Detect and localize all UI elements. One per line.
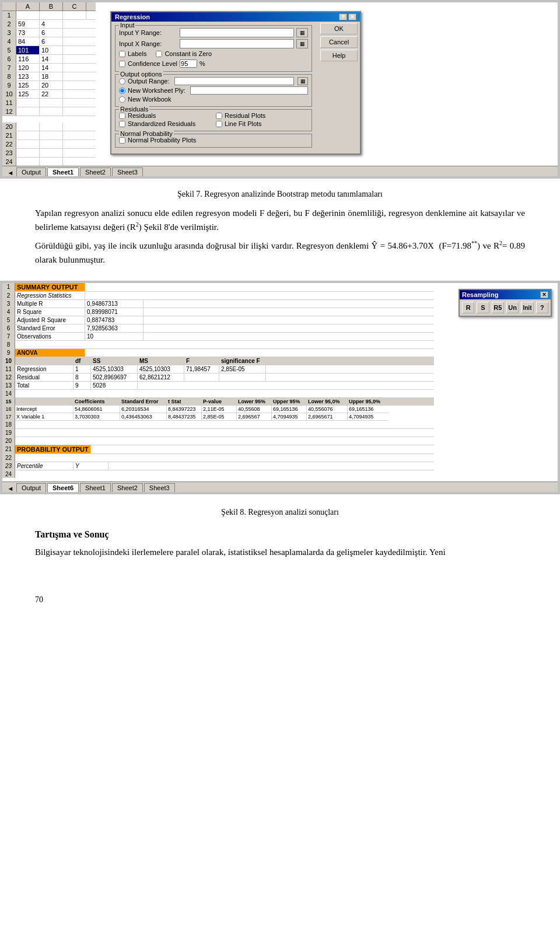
- anova-res-ss: 502,8969697: [91, 373, 138, 382]
- residual-plots-checkbox[interactable]: [216, 113, 222, 119]
- xvar1-u95: 4,7094935: [272, 413, 307, 421]
- resampling-buttons-area: R S R5 Un Init ?: [460, 299, 551, 316]
- cell-b5: 10: [40, 46, 63, 54]
- cell-b7: 14: [40, 64, 63, 72]
- sheet-tabs-1: ◄ Output Sheet1 Sheet2 Sheet3: [2, 166, 558, 176]
- resampling-init-btn[interactable]: Init: [521, 302, 533, 313]
- standardized-checkbox[interactable]: [119, 121, 125, 127]
- xvar1-t: 8,48437235: [167, 413, 202, 421]
- resampling-dialog[interactable]: Resampling ✕ R S R5 Un Init ?: [459, 289, 552, 317]
- residual-plots-row: Residual Plots: [216, 112, 308, 119]
- residuals-checkbox[interactable]: [119, 113, 125, 119]
- cell-b4: 6: [40, 37, 63, 46]
- coeff-header: Coefficients: [74, 398, 120, 406]
- new-workbook-radio[interactable]: [119, 96, 125, 103]
- tab-sheet2[interactable]: Sheet2: [80, 167, 111, 176]
- dialog-help-btn[interactable]: ?: [339, 13, 347, 20]
- output-range-field[interactable]: [174, 77, 294, 85]
- input-x-field[interactable]: [180, 39, 294, 48]
- cell-a1: [16, 11, 40, 19]
- confidence-value-input[interactable]: [180, 60, 197, 68]
- constant-zero-checkbox[interactable]: [156, 51, 162, 57]
- normal-prob-plots-checkbox[interactable]: [119, 137, 125, 144]
- tab-output[interactable]: Output: [16, 167, 46, 176]
- line-fit-label: Line Fit Plots: [225, 120, 262, 127]
- content-area: Şekil 7. Regresyon analizinde Bootstrap …: [0, 179, 560, 281]
- anova-f-header: F: [184, 357, 219, 365]
- intercept-t: 8,84397223: [167, 406, 202, 413]
- regression-stats-header-row: 2 Regression Statistics: [2, 292, 434, 300]
- cell-a7: 120: [16, 64, 40, 72]
- anova-reg-ss: 4525,10303: [91, 365, 138, 373]
- cell-b1: [40, 11, 63, 19]
- tab-sheet2-2[interactable]: Sheet2: [112, 483, 143, 492]
- stat-row-3: 3 Multiple R 0,94867313: [2, 300, 434, 308]
- xvar1-coeff: 3,7030303: [74, 413, 120, 421]
- upper95-header: Upper 95%: [272, 398, 307, 406]
- ok-button[interactable]: OK: [320, 23, 358, 34]
- new-worksheet-row: New Worksheet Ply:: [119, 86, 308, 95]
- intercept-row: 16 Intercept 54,8606061 6,20316534 8,843…: [2, 406, 434, 413]
- percentile-header-row: 23 Percentile Y: [2, 462, 434, 470]
- line-fit-checkbox[interactable]: [216, 121, 222, 127]
- figure-8-caption: Şekil 8. Regresyon analizi sonuçları: [35, 506, 525, 518]
- line-fit-row: Line Fit Plots: [216, 120, 308, 127]
- regression-statistics-label: Regression Statistics: [15, 292, 85, 300]
- tab-nav-left[interactable]: ◄: [5, 169, 16, 176]
- new-worksheet-radio[interactable]: [119, 88, 125, 94]
- adj-r-square-value: 0,8874783: [85, 316, 144, 324]
- percentile-header: Percentile: [15, 462, 74, 470]
- tab-sheet1-2[interactable]: Sheet1: [80, 483, 111, 492]
- cell-b9: 20: [40, 81, 63, 89]
- tab-sheet1[interactable]: Sheet1: [47, 167, 79, 176]
- resampling-un-btn[interactable]: Un: [506, 302, 519, 313]
- resampling-r5-btn[interactable]: R5: [492, 302, 504, 313]
- resampling-help-btn[interactable]: ?: [536, 302, 548, 313]
- resampling-r-btn[interactable]: R: [462, 302, 474, 313]
- output-range-browse[interactable]: ▦: [298, 77, 308, 85]
- anova-res-df: 8: [74, 373, 91, 382]
- paragraph-2: Görüldüğü gibi, yaş ile incik uzunluğu a…: [35, 239, 525, 267]
- tab-nav-left-2[interactable]: ◄: [5, 485, 16, 492]
- input-y-row: Input Y Range: ▦: [119, 28, 308, 37]
- col-header-a: A: [16, 2, 40, 11]
- help-button[interactable]: Help: [320, 50, 358, 61]
- cancel-button[interactable]: Cancel: [320, 36, 358, 48]
- row-num-7: 7: [2, 64, 16, 72]
- row-num-8: 8: [2, 72, 16, 81]
- input-y-field[interactable]: [180, 28, 294, 37]
- dialog-close-btn[interactable]: ✕: [348, 13, 356, 20]
- std-error-value: 7,92856363: [85, 324, 144, 333]
- row-num-4: 4: [2, 37, 16, 46]
- cell-a4: 84: [16, 37, 40, 46]
- tab-sheet3[interactable]: Sheet3: [112, 167, 143, 176]
- tab-sheet6[interactable]: Sheet6: [47, 483, 79, 492]
- output-range-radio[interactable]: [119, 78, 125, 85]
- tab-sheet3-2[interactable]: Sheet3: [144, 483, 175, 492]
- labels-checkbox[interactable]: [119, 51, 125, 57]
- row-num-9: 9: [2, 81, 16, 89]
- resampling-close-btn[interactable]: ✕: [540, 291, 548, 298]
- confidence-row: Confidence Level %: [119, 60, 308, 68]
- cell-a3: 73: [16, 29, 40, 37]
- resampling-titlebar: Resampling ✕: [460, 290, 551, 299]
- stat-row-7: 7 Observations 10: [2, 333, 434, 341]
- multiple-r-label: Multiple R: [15, 300, 85, 308]
- residual-plots-label: Residual Plots: [225, 112, 265, 119]
- cell-a10: 125: [16, 90, 40, 98]
- resampling-s-btn[interactable]: S: [477, 302, 489, 313]
- lower95-header: Lower 95%: [237, 398, 272, 406]
- residuals-section-label: Residuals: [119, 106, 149, 113]
- intercept-l95: 40,55608: [237, 406, 272, 413]
- input-x-browse[interactable]: ▦: [296, 39, 308, 48]
- regression-dialog[interactable]: Regression ? ✕ OK Cancel Help Input In: [110, 11, 361, 155]
- anova-sig-header: significance F: [219, 357, 266, 365]
- lower950-header: Lower 95,0%: [307, 398, 348, 406]
- confidence-checkbox[interactable]: [119, 61, 125, 67]
- input-y-browse[interactable]: ▦: [296, 28, 308, 37]
- stat-row-4: 4 R Square 0,89998071: [2, 308, 434, 316]
- resampling-title: Resampling: [462, 291, 498, 298]
- cell-c1: [63, 11, 86, 19]
- tab-output-2[interactable]: Output: [16, 483, 46, 492]
- new-worksheet-field[interactable]: [190, 86, 308, 95]
